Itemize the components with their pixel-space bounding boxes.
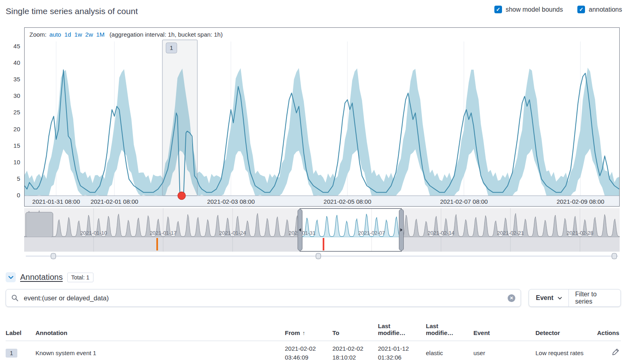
chart-toggles: ✓show model bounds✓annotations: [494, 6, 622, 13]
svg-text:2021-01-31 08:00: 2021-01-31 08:00: [32, 198, 80, 205]
search-icon: [11, 294, 19, 302]
annotations-table-body: 1Known system event 12021-02-02 03:46:09…: [6, 341, 621, 364]
chevron-down-icon: [557, 296, 562, 301]
cell-event: user: [473, 349, 535, 358]
annotations-filter-controls: Event Filter to series: [529, 289, 621, 307]
single-metric-viewer: Single time series analysis of count ✓sh…: [0, 0, 639, 364]
toggle-label: show model bounds: [506, 6, 563, 13]
column-header-label[interactable]: Label: [6, 318, 35, 341]
event-filter-label: Event: [536, 294, 554, 302]
time-series-chart[interactable]: 12021-01-31 08:002021-02-01 08:002021-02…: [25, 28, 619, 206]
annotations-table-header: LabelAnnotationFrom↑ToLast modifie…Last …: [6, 318, 621, 341]
edit-annotation-icon[interactable]: [612, 348, 619, 356]
svg-text:2021-02-05 08:00: 2021-02-05 08:00: [324, 198, 371, 205]
column-header-detector[interactable]: Detector: [535, 318, 596, 341]
y-axis-tick: 45: [4, 43, 20, 50]
cell-annotation: Known system event 1: [35, 349, 285, 358]
column-label: To: [332, 329, 339, 336]
sort-ascending-icon: ↑: [303, 330, 305, 336]
annotation-label-badge: 1: [6, 349, 17, 358]
chevron-down-icon: [8, 274, 14, 281]
svg-text:2021-02-09 08:00: 2021-02-09 08:00: [556, 198, 604, 205]
annotations-search-input[interactable]: [23, 294, 508, 302]
page-title: Single time series analysis of count: [6, 6, 138, 16]
svg-text:2021-02-07 08:00: 2021-02-07 08:00: [440, 198, 488, 205]
checkbox-checked-icon[interactable]: ✓: [494, 6, 502, 13]
clear-search-icon[interactable]: ✕: [508, 294, 515, 302]
checkbox-checked-icon[interactable]: ✓: [577, 6, 585, 13]
y-axis-tick: 10: [4, 159, 20, 166]
column-label: Annotation: [35, 329, 67, 336]
y-axis-tick: 35: [4, 76, 20, 83]
context-navigator-chart[interactable]: 2021-01-102021-01-172021-01-242021-01-31…: [24, 208, 620, 260]
y-axis-tick: 25: [4, 109, 20, 116]
column-label: Label: [6, 329, 21, 336]
column-label: Actions: [597, 329, 619, 336]
y-axis-tick: 15: [4, 142, 20, 149]
y-axis-tick: 30: [4, 92, 20, 99]
column-label: Event: [473, 329, 490, 336]
cell-label: 1: [6, 349, 35, 358]
column-label: From: [285, 329, 300, 336]
zoom-label: Zoom:: [29, 31, 47, 38]
y-axis-tick: 40: [4, 59, 20, 66]
event-filter-dropdown[interactable]: Event: [529, 290, 568, 306]
column-header-annotation[interactable]: Annotation: [35, 318, 285, 341]
zoom-link-1d[interactable]: 1d: [64, 31, 71, 38]
svg-text:1: 1: [170, 44, 173, 51]
toggle-label: annotations: [589, 6, 622, 13]
y-axis-tick: 5: [4, 175, 20, 182]
cell-from: 2021-02-02 03:46:09: [285, 344, 332, 362]
filter-to-series-button[interactable]: Filter to series: [569, 290, 620, 306]
y-axis-tick: 20: [4, 126, 20, 133]
cell-modified_date: 2021-01-12 01:32:06: [378, 344, 426, 362]
column-header-modified_date[interactable]: Last modifie…: [378, 318, 426, 341]
collapse-annotations-button[interactable]: [6, 272, 16, 282]
column-label: Last modifie…: [378, 323, 419, 336]
annotation-row: 1Known system event 12021-02-02 03:46:09…: [6, 341, 621, 364]
zoom-controls: Zoom: auto1d1w2w1M (aggregation interval…: [29, 31, 223, 38]
zoom-link-1M[interactable]: 1M: [96, 31, 105, 38]
column-label: Detector: [535, 329, 560, 336]
annotations-total-badge: Total: 1: [67, 273, 93, 282]
toggle-show-model-bounds[interactable]: ✓show model bounds: [494, 6, 563, 13]
column-header-event[interactable]: Event: [473, 318, 535, 341]
zoom-link-auto[interactable]: auto: [50, 31, 61, 38]
column-header-actions: Actions: [596, 318, 621, 341]
annotations-heading[interactable]: Annotations: [20, 273, 63, 282]
y-axis-tick: 0: [4, 192, 20, 199]
main-chart-panel: Zoom: auto1d1w2w1M (aggregation interval…: [24, 27, 620, 207]
svg-text:2021-02-07: 2021-02-07: [358, 230, 385, 236]
aggregation-info: (aggregation interval: 1h, bucket span: …: [110, 31, 223, 38]
toggle-annotations[interactable]: ✓annotations: [577, 6, 622, 13]
svg-text:2021-02-01 08:00: 2021-02-01 08:00: [91, 198, 138, 205]
column-header-modified_by[interactable]: Last modifie…: [426, 318, 473, 341]
cell-actions: [596, 348, 621, 358]
zoom-link-1w[interactable]: 1w: [74, 31, 82, 38]
cell-to: 2021-02-02 18:10:02: [332, 344, 378, 362]
column-label: Last modifie…: [426, 323, 467, 336]
zoom-links: auto1d1w2w1M: [50, 31, 105, 38]
cell-detector: Low request rates: [535, 349, 596, 358]
annotations-search: ✕: [6, 289, 521, 307]
column-header-to[interactable]: To: [332, 318, 378, 341]
annotations-section-header: Annotations Total: 1: [6, 272, 93, 282]
svg-text:2021-02-03 08:00: 2021-02-03 08:00: [207, 198, 255, 205]
column-header-from[interactable]: From↑: [285, 318, 332, 341]
zoom-link-2w[interactable]: 2w: [85, 31, 93, 38]
cell-modified_by: elastic: [426, 349, 473, 358]
annotations-table: LabelAnnotationFrom↑ToLast modifie…Last …: [6, 318, 621, 364]
